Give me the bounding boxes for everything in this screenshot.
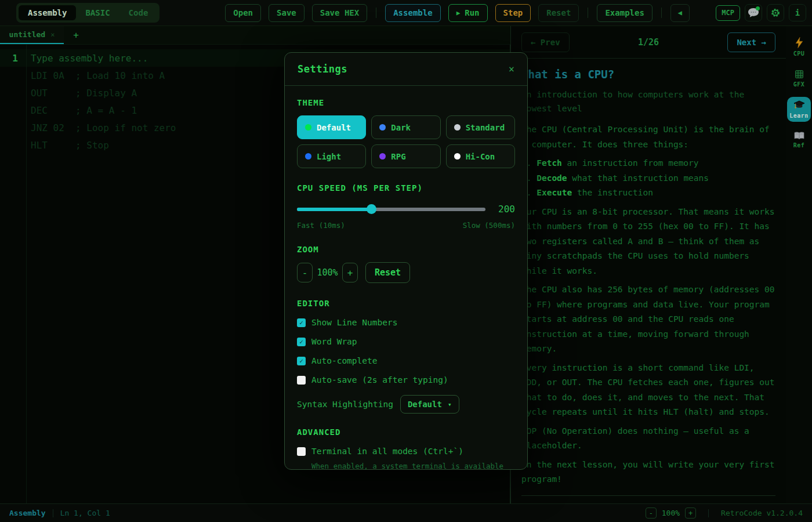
theme-options: Default Dark Standard Light RPG xyxy=(297,115,515,168)
toolbar-divider xyxy=(376,8,376,18)
fast-label: Fast (10ms) xyxy=(297,221,345,230)
status-divider xyxy=(708,509,709,517)
lesson-divider xyxy=(521,495,775,496)
theme-option-rpg[interactable]: RPG xyxy=(371,144,440,168)
tab-assembly[interactable]: Assembly xyxy=(19,5,76,20)
lesson-paragraph: In the next lesson, you will write your … xyxy=(521,458,775,487)
lesson-panel: ← Prev 1/26 Next → What is a CPU? An int… xyxy=(510,26,786,503)
info-button[interactable]: i xyxy=(789,4,806,21)
lightning-bolt-icon xyxy=(795,37,803,48)
toolbar-divider xyxy=(661,8,662,18)
lesson-paragraph: The CPU also has 256 bytes of memory (ad… xyxy=(521,282,775,357)
cpu-speed-label: CPU SPEED (MS PER STEP) xyxy=(297,183,515,193)
ghost-code-text: HLT ; Stop xyxy=(26,140,109,151)
editor-section-label: EDITOR xyxy=(297,299,515,308)
assemble-button[interactable]: Assemble xyxy=(385,4,440,22)
tab-code[interactable]: Code xyxy=(119,5,158,20)
mcp-button[interactable]: MCP xyxy=(716,5,740,21)
save-hex-button[interactable]: Save HEX xyxy=(312,4,367,22)
play-icon: ▶ xyxy=(456,9,461,17)
save-button[interactable]: Save xyxy=(269,4,304,22)
theme-dot xyxy=(305,124,311,130)
checkbox-checked-icon[interactable]: ✓ xyxy=(297,318,306,327)
cpu-speed-value: 200 xyxy=(498,204,515,215)
examples-button[interactable]: Examples xyxy=(597,4,652,22)
pixel-grid-icon xyxy=(795,70,804,79)
zoom-in-button[interactable]: + xyxy=(342,263,358,282)
zoom-reset-button[interactable]: Reset xyxy=(365,262,410,283)
sidebar-item-label: GFX xyxy=(793,81,805,88)
checkbox-checked-icon[interactable]: ✓ xyxy=(297,357,306,365)
new-tab-button[interactable]: + xyxy=(64,26,88,44)
checkbox-show-line-numbers[interactable]: ✓ Show Line Numbers xyxy=(297,318,515,327)
close-tab-icon[interactable]: × xyxy=(50,31,55,39)
run-actions: Assemble ▶ Run Step Reset xyxy=(385,4,579,22)
lesson-list-item: 3. Execute the instruction xyxy=(521,186,775,201)
theme-option-dark[interactable]: Dark xyxy=(371,115,440,139)
status-divider xyxy=(53,509,53,517)
zoom-controls: - 100% + Reset xyxy=(297,262,515,283)
keyword-execute: Execute xyxy=(536,188,572,197)
checkbox-auto-complete[interactable]: ✓ Auto-complete xyxy=(297,356,515,365)
file-actions: Open Save Save HEX xyxy=(225,4,367,22)
ghost-code-text: JNZ 02 ; Loop if not zero xyxy=(26,122,176,133)
sidebar-item-gfx[interactable]: GFX xyxy=(787,66,811,90)
mode-tab-group: Assembly BASIC Code xyxy=(16,3,160,23)
status-right: - 100% + RetroCode v1.2.0.4 xyxy=(646,507,803,519)
checkbox-terminal-all-modes[interactable]: Terminal in all modes (Ctrl+`) xyxy=(297,447,515,456)
syntax-highlighting-select[interactable]: Default ▾ xyxy=(400,395,459,414)
lesson-list-item: 1. Fetch an instruction from memory xyxy=(521,156,775,171)
theme-option-default[interactable]: Default xyxy=(297,115,366,139)
reset-button[interactable]: Reset xyxy=(538,4,579,22)
editor-placeholder: Type assembly here... xyxy=(26,53,148,64)
syntax-highlighting-label: Syntax Highlighting xyxy=(297,400,393,409)
theme-option-hicon[interactable]: Hi-Con xyxy=(446,144,515,168)
zoom-section: ZOOM - 100% + Reset xyxy=(297,245,515,283)
status-zoom-in-button[interactable]: + xyxy=(685,507,696,519)
line-number: 1 xyxy=(0,53,26,64)
tab-basic[interactable]: BASIC xyxy=(76,5,119,20)
sidebar-item-learn[interactable]: Learn xyxy=(787,97,811,122)
close-icon[interactable]: × xyxy=(509,63,514,75)
theme-option-light[interactable]: Light xyxy=(297,144,366,168)
theme-option-standard[interactable]: Standard xyxy=(446,115,515,139)
sidebar-item-ref[interactable]: Ref xyxy=(787,128,811,151)
lesson-paragraph: The CPU (Central Processing Unit) is the… xyxy=(521,122,775,152)
open-button[interactable]: Open xyxy=(225,4,261,22)
zoom-section-label: ZOOM xyxy=(297,245,515,254)
cursor-position: Ln 1, Col 1 xyxy=(60,509,110,517)
checkbox-unchecked-icon[interactable] xyxy=(297,447,306,456)
checkbox-word-wrap[interactable]: ✓ Word Wrap xyxy=(297,337,515,346)
settings-button[interactable] xyxy=(767,4,784,21)
graduation-cap-icon xyxy=(793,100,805,110)
prev-lesson-button[interactable]: ← Prev xyxy=(521,32,570,52)
app-version: RetroCode v1.2.0.4 xyxy=(721,509,803,517)
advanced-section: ADVANCED Terminal in all modes (Ctrl+`) … xyxy=(297,427,515,470)
cpu-speed-slider[interactable] xyxy=(297,208,485,211)
next-lesson-button[interactable]: Next → xyxy=(727,32,775,52)
status-zoom-out-button[interactable]: - xyxy=(646,507,657,519)
lesson-title: What is a CPU? xyxy=(521,68,775,81)
lesson-nav: ← Prev 1/26 Next → xyxy=(511,26,786,59)
theme-dot xyxy=(454,153,461,160)
checkbox-unchecked-icon[interactable] xyxy=(297,376,306,385)
run-button[interactable]: ▶ Run xyxy=(448,4,488,22)
file-tab-untitled[interactable]: untitled × xyxy=(0,26,64,44)
plus-icon: + xyxy=(73,30,79,41)
gear-icon xyxy=(771,8,780,17)
toolbar-right: MCP i xyxy=(716,4,806,21)
info-icon: i xyxy=(795,8,800,17)
chat-button[interactable] xyxy=(745,4,762,21)
settings-modal: Settings × THEME Default Dark Standard xyxy=(284,52,528,470)
file-tabstrip: untitled × + xyxy=(0,26,510,45)
slider-thumb[interactable] xyxy=(367,204,376,214)
ghost-code-text: LDI 0A ; Load 10 into A xyxy=(26,70,165,81)
theme-dot xyxy=(379,124,386,130)
collapse-panel-button[interactable]: ◀ xyxy=(670,4,690,22)
checkbox-checked-icon[interactable]: ✓ xyxy=(297,338,306,346)
sidebar-item-cpu[interactable]: CPU xyxy=(787,34,811,60)
zoom-out-button[interactable]: - xyxy=(297,263,313,282)
checkbox-auto-save[interactable]: Auto-save (2s after typing) xyxy=(297,375,515,385)
step-button[interactable]: Step xyxy=(495,4,531,22)
ghost-code-text: DEC ; A = A - 1 xyxy=(26,105,137,116)
